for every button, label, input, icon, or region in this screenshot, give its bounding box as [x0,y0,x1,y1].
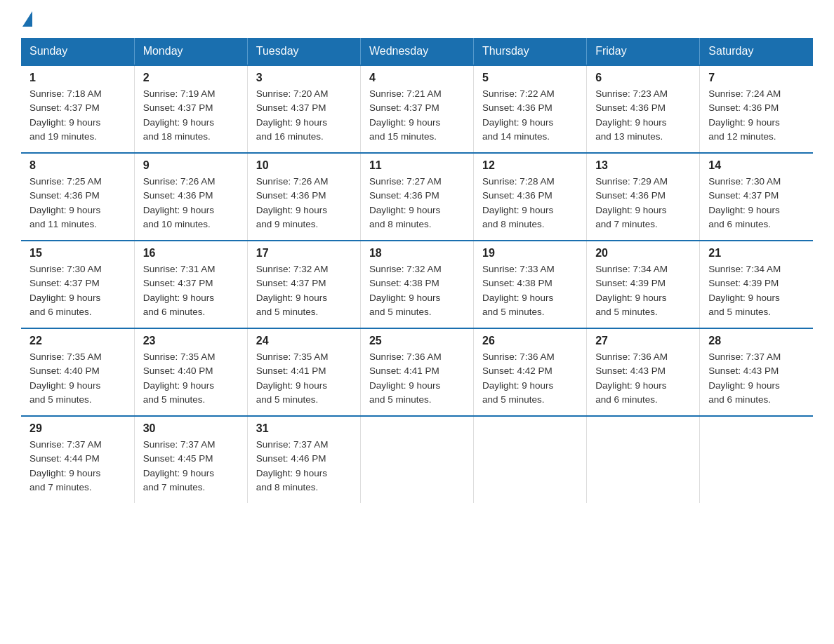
calendar-cell [587,416,700,503]
header-thursday: Thursday [474,38,587,65]
day-number: 26 [482,335,578,347]
day-number: 28 [708,335,805,347]
calendar-cell [474,416,587,503]
logo-triangle-icon [22,11,32,27]
header-friday: Friday [587,38,700,65]
page-header [21,14,813,25]
day-number: 11 [369,159,465,172]
day-info: Sunrise: 7:37 AMSunset: 4:45 PMDaylight:… [143,438,239,495]
day-number: 19 [482,247,578,260]
day-number: 4 [369,72,465,84]
day-info: Sunrise: 7:26 AMSunset: 4:36 PMDaylight:… [256,175,352,232]
calendar-cell: 6Sunrise: 7:23 AMSunset: 4:36 PMDaylight… [587,65,700,153]
day-number: 27 [595,335,691,347]
calendar-cell: 19Sunrise: 7:33 AMSunset: 4:38 PMDayligh… [474,241,587,328]
calendar-cell: 18Sunrise: 7:32 AMSunset: 4:38 PMDayligh… [360,241,473,328]
day-info: Sunrise: 7:26 AMSunset: 4:36 PMDaylight:… [143,175,239,232]
day-info: Sunrise: 7:30 AMSunset: 4:37 PMDaylight:… [29,262,126,319]
day-number: 7 [708,72,805,84]
calendar-cell: 14Sunrise: 7:30 AMSunset: 4:37 PMDayligh… [700,153,813,241]
calendar-cell: 22Sunrise: 7:35 AMSunset: 4:40 PMDayligh… [21,328,134,416]
day-info: Sunrise: 7:36 AMSunset: 4:41 PMDaylight:… [369,350,465,407]
day-info: Sunrise: 7:19 AMSunset: 4:37 PMDaylight:… [143,87,239,144]
calendar-cell: 7Sunrise: 7:24 AMSunset: 4:36 PMDaylight… [700,65,813,153]
calendar-cell: 31Sunrise: 7:37 AMSunset: 4:46 PMDayligh… [247,416,360,503]
header-sunday: Sunday [21,38,134,65]
calendar-cell: 11Sunrise: 7:27 AMSunset: 4:36 PMDayligh… [360,153,473,241]
calendar-cell: 3Sunrise: 7:20 AMSunset: 4:37 PMDaylight… [247,65,360,153]
day-info: Sunrise: 7:32 AMSunset: 4:38 PMDaylight:… [369,262,465,319]
day-info: Sunrise: 7:37 AMSunset: 4:46 PMDaylight:… [256,438,352,495]
day-info: Sunrise: 7:30 AMSunset: 4:37 PMDaylight:… [708,175,805,232]
week-row-2: 8Sunrise: 7:25 AMSunset: 4:36 PMDaylight… [21,153,813,241]
calendar-cell: 30Sunrise: 7:37 AMSunset: 4:45 PMDayligh… [134,416,247,503]
day-number: 25 [369,335,465,347]
calendar-cell: 2Sunrise: 7:19 AMSunset: 4:37 PMDaylight… [134,65,247,153]
calendar-cell: 27Sunrise: 7:36 AMSunset: 4:43 PMDayligh… [587,328,700,416]
day-info: Sunrise: 7:28 AMSunset: 4:36 PMDaylight:… [482,175,578,232]
calendar-cell: 28Sunrise: 7:37 AMSunset: 4:43 PMDayligh… [700,328,813,416]
day-number: 9 [143,159,239,172]
day-info: Sunrise: 7:22 AMSunset: 4:36 PMDaylight:… [482,87,578,144]
day-number: 16 [143,247,239,260]
day-number: 1 [29,72,126,84]
calendar-header-row: SundayMondayTuesdayWednesdayThursdayFrid… [21,38,813,65]
day-info: Sunrise: 7:36 AMSunset: 4:43 PMDaylight:… [595,350,691,407]
day-info: Sunrise: 7:37 AMSunset: 4:44 PMDaylight:… [29,438,126,495]
day-number: 5 [482,72,578,84]
day-number: 15 [29,247,126,260]
calendar-cell: 4Sunrise: 7:21 AMSunset: 4:37 PMDaylight… [360,65,473,153]
day-number: 23 [143,335,239,347]
calendar-cell [360,416,473,503]
day-number: 6 [595,72,691,84]
day-number: 29 [29,422,126,435]
day-number: 30 [143,422,239,435]
calendar-cell: 10Sunrise: 7:26 AMSunset: 4:36 PMDayligh… [247,153,360,241]
day-number: 2 [143,72,239,84]
day-info: Sunrise: 7:24 AMSunset: 4:36 PMDaylight:… [708,87,805,144]
week-row-1: 1Sunrise: 7:18 AMSunset: 4:37 PMDaylight… [21,65,813,153]
day-info: Sunrise: 7:32 AMSunset: 4:37 PMDaylight:… [256,262,352,319]
calendar-cell: 26Sunrise: 7:36 AMSunset: 4:42 PMDayligh… [474,328,587,416]
day-info: Sunrise: 7:34 AMSunset: 4:39 PMDaylight:… [595,262,691,319]
day-info: Sunrise: 7:21 AMSunset: 4:37 PMDaylight:… [369,87,465,144]
day-number: 17 [256,247,352,260]
day-info: Sunrise: 7:35 AMSunset: 4:41 PMDaylight:… [256,350,352,407]
day-number: 21 [708,247,805,260]
day-info: Sunrise: 7:18 AMSunset: 4:37 PMDaylight:… [29,87,126,144]
header-monday: Monday [134,38,247,65]
day-info: Sunrise: 7:35 AMSunset: 4:40 PMDaylight:… [143,350,239,407]
day-info: Sunrise: 7:20 AMSunset: 4:37 PMDaylight:… [256,87,352,144]
calendar-cell [700,416,813,503]
calendar-cell: 20Sunrise: 7:34 AMSunset: 4:39 PMDayligh… [587,241,700,328]
calendar-cell: 21Sunrise: 7:34 AMSunset: 4:39 PMDayligh… [700,241,813,328]
calendar-cell: 24Sunrise: 7:35 AMSunset: 4:41 PMDayligh… [247,328,360,416]
calendar-cell: 8Sunrise: 7:25 AMSunset: 4:36 PMDaylight… [21,153,134,241]
day-info: Sunrise: 7:34 AMSunset: 4:39 PMDaylight:… [708,262,805,319]
day-info: Sunrise: 7:36 AMSunset: 4:42 PMDaylight:… [482,350,578,407]
day-info: Sunrise: 7:31 AMSunset: 4:37 PMDaylight:… [143,262,239,319]
logo [21,14,32,25]
day-info: Sunrise: 7:25 AMSunset: 4:36 PMDaylight:… [29,175,126,232]
calendar-cell: 25Sunrise: 7:36 AMSunset: 4:41 PMDayligh… [360,328,473,416]
day-info: Sunrise: 7:23 AMSunset: 4:36 PMDaylight:… [595,87,691,144]
calendar-cell: 15Sunrise: 7:30 AMSunset: 4:37 PMDayligh… [21,241,134,328]
day-number: 22 [29,335,126,347]
day-info: Sunrise: 7:29 AMSunset: 4:36 PMDaylight:… [595,175,691,232]
day-number: 20 [595,247,691,260]
header-saturday: Saturday [700,38,813,65]
calendar-cell: 1Sunrise: 7:18 AMSunset: 4:37 PMDaylight… [21,65,134,153]
calendar-cell: 23Sunrise: 7:35 AMSunset: 4:40 PMDayligh… [134,328,247,416]
day-number: 24 [256,335,352,347]
calendar-cell: 29Sunrise: 7:37 AMSunset: 4:44 PMDayligh… [21,416,134,503]
day-number: 3 [256,72,352,84]
day-number: 12 [482,159,578,172]
header-tuesday: Tuesday [247,38,360,65]
calendar-cell: 12Sunrise: 7:28 AMSunset: 4:36 PMDayligh… [474,153,587,241]
day-number: 10 [256,159,352,172]
calendar-cell: 9Sunrise: 7:26 AMSunset: 4:36 PMDaylight… [134,153,247,241]
day-info: Sunrise: 7:27 AMSunset: 4:36 PMDaylight:… [369,175,465,232]
calendar-cell: 13Sunrise: 7:29 AMSunset: 4:36 PMDayligh… [587,153,700,241]
day-number: 8 [29,159,126,172]
day-info: Sunrise: 7:33 AMSunset: 4:38 PMDaylight:… [482,262,578,319]
